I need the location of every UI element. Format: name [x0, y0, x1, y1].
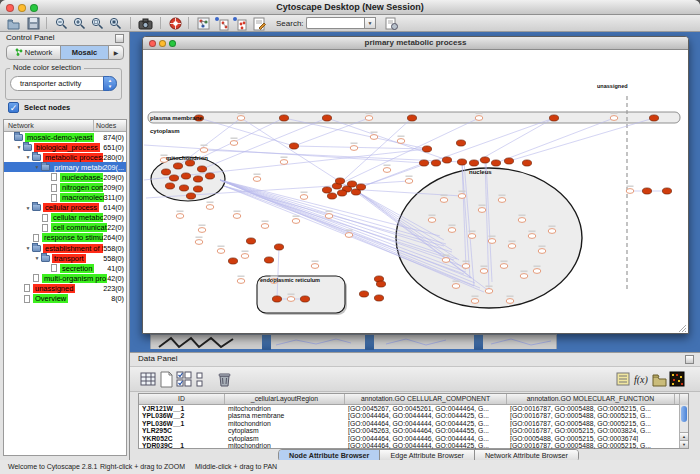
new-attribute-icon[interactable]: [158, 371, 175, 388]
disclosure-triangle-icon[interactable]: ▼: [33, 255, 41, 261]
data-panel-title: Data Panel: [138, 354, 178, 363]
select-attributes-icon[interactable]: [176, 371, 193, 388]
table-cell: YKR052C: [139, 435, 225, 442]
zoom-in-icon[interactable]: [72, 16, 87, 31]
column-nodes: Nodes: [93, 120, 126, 131]
tree-row[interactable]: unassigned223(0): [4, 283, 126, 293]
table-cell: [GO:0016787, GO:0005215, GO:0003824, G..…: [507, 427, 675, 434]
float-panel-icon[interactable]: [115, 34, 124, 43]
svg-text:mitochondrion: mitochondrion: [166, 155, 208, 161]
tree-row[interactable]: ▼transport558(0): [4, 253, 126, 263]
scroll-down-icon[interactable]: ▼: [680, 440, 688, 448]
scrollbar-thumb[interactable]: [681, 406, 687, 422]
zoom-selected-icon[interactable]: [90, 16, 105, 31]
network-overview-icon[interactable]: [196, 16, 211, 31]
tree-label: mosaic-demo-yeast: [25, 133, 94, 142]
column-header[interactable]: _cellularLayoutRegion: [225, 394, 345, 404]
select-nodes-checkbox[interactable]: ✓: [8, 102, 19, 113]
search-dropdown-icon[interactable]: ▼: [364, 17, 376, 29]
network-glyph-icon: [15, 47, 23, 60]
search-config-icon[interactable]: [384, 16, 399, 31]
column-header[interactable]: annotation.GO CELLULAR_COMPONENT: [345, 394, 507, 404]
delete-attribute-icon[interactable]: [216, 371, 233, 388]
zoom-fit-icon[interactable]: [108, 16, 123, 31]
select-nodes-row: ✓ Select nodes: [8, 102, 70, 113]
tree-row[interactable]: ▼metabolic process280(0): [4, 152, 126, 162]
more-tabs-arrow-icon[interactable]: ▶: [109, 46, 123, 59]
disclosure-triangle-icon[interactable]: ▼: [33, 164, 41, 170]
svg-text:cytoplasm: cytoplasm: [150, 128, 180, 134]
unselect-attributes-icon[interactable]: [194, 371, 211, 388]
formula-icon[interactable]: f(x): [633, 371, 650, 388]
tree-node-count: 223(0): [103, 284, 126, 293]
float-panel-icon[interactable]: [685, 355, 694, 364]
tree-label: nucleobase-: [60, 173, 103, 182]
tree-row[interactable]: cellular metabol209(0): [4, 213, 126, 223]
disclosure-triangle-icon[interactable]: ▼: [15, 144, 23, 150]
table-row[interactable]: YKR052Ccytoplasm[GO:0044464, GO:0044446,…: [139, 435, 688, 442]
tree-row[interactable]: nitrogen compo209(0): [4, 182, 126, 192]
data-panel-toolbar: f(x): [130, 366, 700, 392]
tree-row[interactable]: nucleobase-209(0): [4, 172, 126, 182]
tree-row[interactable]: mosaic-demo-yeast874(0): [4, 132, 126, 142]
tree-row[interactable]: ▼primary metabo209(...: [4, 162, 126, 172]
tree-label: response to stimulu: [42, 233, 103, 242]
tree-row[interactable]: secretion41(0): [4, 263, 126, 273]
table-cell: YLR295C: [139, 427, 225, 434]
layout-attribute-icon[interactable]: [232, 16, 247, 31]
tree-row[interactable]: ▼biological_process651(0): [4, 142, 126, 152]
table-row[interactable]: YPL036W__2plasma membrane[GO:0044464, GO…: [139, 412, 688, 419]
tree-node-count: 651(0): [103, 143, 126, 152]
tree-row[interactable]: ▼cellular process614(0): [4, 203, 126, 213]
table-row[interactable]: YPL036W__1mitochondrion[GO:0044464, GO:0…: [139, 420, 688, 427]
attribute-table-icon[interactable]: [140, 371, 157, 388]
snapshot-icon[interactable]: [138, 16, 153, 31]
data-panel: Data Panel f(x) ID_cellularLayo: [130, 352, 700, 460]
folder-icon: [32, 204, 41, 211]
tree-row[interactable]: cell communicat22(0): [4, 223, 126, 233]
table-cell: [GO:0044464, GO:0044444, GO:0044425, G..…: [345, 420, 507, 427]
scroll-up-icon[interactable]: ▲: [680, 432, 688, 440]
network-tree-header[interactable]: Network Nodes: [4, 120, 126, 132]
search-input[interactable]: [306, 17, 364, 29]
table-row[interactable]: YJR121W__1mitochondrion[GO:0045267, GO:0…: [139, 405, 688, 412]
matrix-icon[interactable]: [669, 371, 686, 388]
disclosure-triangle-icon[interactable]: ▼: [24, 205, 32, 211]
table-corner: [679, 394, 688, 405]
color-attribute-select[interactable]: transporter activity ▲▼: [10, 76, 117, 91]
network-window-titlebar[interactable]: primary metabolic process: [143, 37, 688, 50]
tree-row[interactable]: multi-organism pro42(0): [4, 273, 126, 283]
annotation-icon[interactable]: [252, 16, 267, 31]
zoom-out-icon[interactable]: [54, 16, 69, 31]
tree-row[interactable]: Overview8(0): [4, 294, 126, 304]
disclosure-triangle-icon[interactable]: ▼: [24, 154, 32, 160]
attribute-list-icon[interactable]: [615, 371, 632, 388]
background-window-fragment[interactable]: [150, 334, 557, 349]
tree-label: cellular metabol: [51, 213, 103, 222]
help-ring-icon[interactable]: [168, 16, 183, 31]
open-icon[interactable]: [6, 16, 21, 31]
tree-row[interactable]: ▼establishment of lo558(0): [4, 243, 126, 253]
tab-network[interactable]: Network: [7, 46, 61, 59]
column-header[interactable]: annotation.GO MOLECULAR_FUNCTION: [507, 394, 675, 404]
resize-grip-icon[interactable]: [677, 323, 687, 333]
attribute-table-header[interactable]: ID_cellularLayoutRegionannotation.GO CEL…: [139, 394, 688, 405]
tree-row[interactable]: macromolecule311(0): [4, 193, 126, 203]
toolbar-separator: [130, 17, 131, 29]
table-cell: [GO:0016787, GO:0005488, GO:0005215, G..…: [507, 405, 675, 412]
table-cell: [GO:0016787, GO:0005488, GO:0005215, G..…: [507, 412, 675, 419]
doc-icon: [51, 173, 57, 181]
tree-row[interactable]: response to stimulu264(0): [4, 233, 126, 243]
layout-spring-icon[interactable]: [214, 16, 229, 31]
network-canvas[interactable]: plasma membranecytoplasmmitochondrionnuc…: [144, 50, 687, 333]
table-scrollbar[interactable]: ▲ ▼: [679, 405, 688, 448]
column-header[interactable]: ID: [139, 394, 225, 404]
import-attributes-icon[interactable]: [651, 371, 668, 388]
tree-label: transport: [52, 254, 86, 263]
save-icon[interactable]: [26, 16, 41, 31]
table-row[interactable]: YLR295Ccytoplasm[GO:0045263, GO:0044464,…: [139, 427, 688, 434]
tree-label: secretion: [60, 264, 94, 273]
tab-mosaic[interactable]: Mosaic: [61, 46, 109, 59]
disclosure-triangle-icon[interactable]: ▼: [24, 245, 32, 251]
table-cell: YJR121W__1: [139, 405, 225, 412]
